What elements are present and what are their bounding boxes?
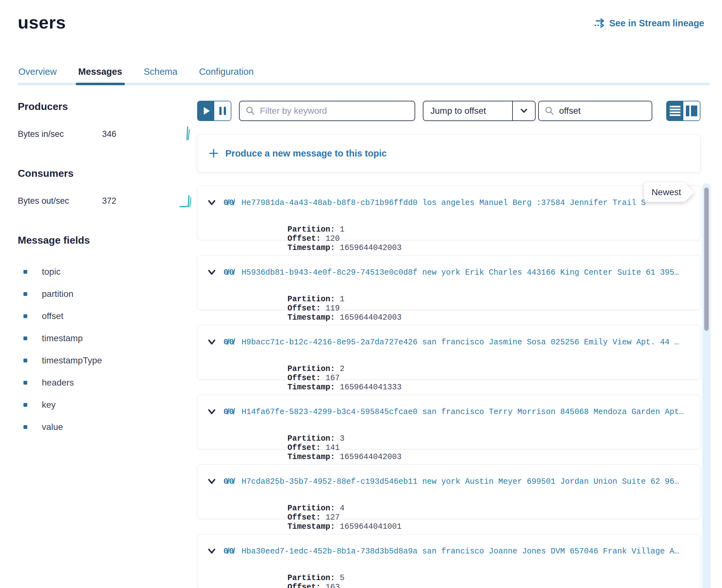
offset-search-input[interactable] — [559, 106, 646, 116]
message-row[interactable]: 0̸0̸ H9bacc71c-b12c-4216-8e95-2a7da727e4… — [197, 325, 700, 380]
stream-lineage-link[interactable]: See in Stream lineage — [593, 18, 704, 28]
chevron-down-icon[interactable] — [512, 101, 535, 120]
message-row[interactable]: Newest 0̸0̸ He77981da-4a43-48ab-b8f8-cb7… — [197, 186, 700, 240]
offset-value: 119 — [326, 304, 340, 313]
square-bullet-icon — [23, 381, 27, 385]
tab-messages[interactable]: Messages — [78, 62, 123, 85]
expand-chevron-icon[interactable] — [207, 408, 216, 416]
plus-icon — [208, 148, 219, 159]
partition-value: 2 — [340, 364, 345, 374]
bytes-out-label: Bytes out/sec — [18, 196, 102, 206]
play-button[interactable] — [198, 101, 214, 120]
expand-chevron-icon[interactable] — [207, 547, 216, 555]
offset-value: 163 — [326, 583, 340, 588]
square-bullet-icon — [23, 336, 27, 340]
timestamp-value: 1659644041001 — [340, 522, 401, 531]
offset-value: 167 — [326, 374, 340, 383]
producers-heading: Producers — [18, 101, 197, 112]
expand-chevron-icon[interactable] — [207, 199, 216, 207]
message-meta: Partition: 2 Offset: 167 Timestamp: 1659… — [207, 355, 690, 401]
field-item-timestamp: timestamp — [18, 327, 197, 350]
columns-view-button[interactable] — [683, 101, 700, 120]
null-bytes-glyph: 0̸0̸ — [224, 407, 234, 417]
timestamp-value: 1659644042003 — [340, 243, 401, 252]
null-bytes-glyph: 0̸0̸ — [224, 268, 234, 277]
partition-value: 4 — [340, 504, 345, 513]
expand-chevron-icon[interactable] — [207, 338, 216, 346]
produce-message-label: Produce a new message to this topic — [225, 148, 387, 159]
message-key: H5936db81-b943-4e0f-8c29-74513e0c0d8f ne… — [242, 268, 679, 277]
field-item-value: value — [18, 416, 197, 438]
offset-value: 141 — [326, 443, 340, 453]
message-meta: Partition: 4 Offset: 127 Timestamp: 1659… — [207, 495, 690, 541]
message-row[interactable]: 0̸0̸ H7cda825b-35b7-4952-88ef-c193d546eb… — [197, 464, 700, 519]
pause-icon — [219, 107, 222, 115]
offset-search — [538, 101, 652, 121]
message-fields-heading: Message fields — [18, 234, 197, 246]
list-view-button[interactable] — [667, 101, 683, 120]
newest-badge: Newest — [644, 187, 685, 197]
pause-button[interactable] — [214, 101, 231, 120]
sidebar: Producers Bytes in/sec 346 Consumers Byt… — [18, 101, 197, 588]
message-key: H14fa67fe-5823-4299-b3c4-595845cfcae0 sa… — [242, 407, 684, 417]
search-icon — [245, 106, 255, 116]
null-bytes-glyph: 0̸0̸ — [224, 477, 234, 486]
field-item-topic: topic — [18, 261, 197, 283]
content: Producers Bytes in/sec 346 Consumers Byt… — [18, 101, 710, 588]
tab-bar: Overview Messages Schema Configuration — [0, 62, 722, 85]
consumers-heading: Consumers — [18, 168, 197, 179]
partition-value: 1 — [340, 295, 345, 304]
field-item-offset: offset — [18, 305, 197, 327]
square-bullet-icon — [23, 359, 27, 362]
message-meta: Partition: 1 Offset: 119 Timestamp: 1659… — [207, 286, 690, 331]
partition-value: 1 — [340, 225, 345, 234]
message-row[interactable]: 0̸0̸ Hba30eed7-1edc-452b-8b1a-738d3b5d8a… — [197, 534, 700, 588]
message-row[interactable]: 0̸0̸ H14fa67fe-5823-4299-b3c4-595845cfca… — [197, 395, 700, 449]
square-bullet-icon — [23, 292, 27, 296]
expand-chevron-icon[interactable] — [207, 269, 216, 276]
producers-sparkline — [181, 125, 193, 143]
message-meta: Partition: 1 Offset: 120 Timestamp: 1659… — [207, 216, 690, 262]
messages-panel: Jump to offset — [197, 101, 700, 588]
jump-select-value: Jump to offset — [424, 106, 512, 116]
timestamp-value: 1659644042003 — [340, 453, 401, 462]
play-icon — [204, 107, 210, 115]
timestamp-value: 1659644041333 — [340, 383, 401, 392]
message-row[interactable]: 0̸0̸ H5936db81-b943-4e0f-8c29-74513e0c0d… — [197, 255, 700, 310]
scrollbar-track[interactable] — [702, 183, 710, 588]
offset-value: 127 — [326, 513, 340, 522]
square-bullet-icon — [23, 270, 27, 274]
tab-schema[interactable]: Schema — [143, 62, 178, 85]
expand-chevron-icon[interactable] — [207, 478, 216, 485]
bytes-in-label: Bytes in/sec — [18, 129, 102, 139]
square-bullet-icon — [23, 403, 27, 407]
message-key: He77981da-4a43-48ab-b8f8-cb71b96ffdd0 lo… — [242, 198, 646, 208]
field-item-headers: headers — [18, 372, 197, 394]
jump-to-offset-select[interactable]: Jump to offset — [423, 101, 536, 121]
bytes-out-value: 372 — [102, 196, 116, 206]
message-fields-list: topic partition offset timestamp timesta… — [18, 261, 197, 438]
bytes-in-value: 346 — [102, 129, 116, 139]
square-bullet-icon — [23, 314, 27, 318]
produce-message-button[interactable]: Produce a new message to this topic — [197, 134, 700, 172]
field-item-timestampType: timestampType — [18, 350, 197, 372]
page-title: users — [18, 12, 66, 33]
list-view-icon — [670, 106, 680, 116]
bytes-out-row: Bytes out/sec 372 — [18, 192, 197, 210]
message-meta: Partition: 3 Offset: 141 Timestamp: 1659… — [207, 425, 690, 471]
partition-value: 5 — [340, 573, 345, 583]
null-bytes-glyph: 0̸0̸ — [224, 198, 234, 208]
message-key: Hba30eed7-1edc-452b-8b1a-738d3b5d8a9a sa… — [242, 547, 679, 556]
null-bytes-glyph: 0̸0̸ — [224, 546, 234, 556]
search-icon — [544, 106, 555, 116]
message-key: H9bacc71c-b12c-4216-8e95-2a7da727e426 sa… — [242, 338, 679, 347]
message-key: H7cda825b-35b7-4952-88ef-c193d546eb11 ne… — [242, 477, 679, 486]
tab-overview[interactable]: Overview — [18, 62, 57, 85]
scrollbar-thumb[interactable] — [704, 188, 709, 331]
message-list: Newest 0̸0̸ He77981da-4a43-48ab-b8f8-cb7… — [197, 186, 700, 588]
filter-input[interactable] — [260, 106, 409, 116]
tab-configuration[interactable]: Configuration — [199, 62, 254, 85]
field-item-partition: partition — [18, 283, 197, 305]
square-bullet-icon — [23, 425, 27, 429]
play-pause-group — [197, 101, 231, 121]
